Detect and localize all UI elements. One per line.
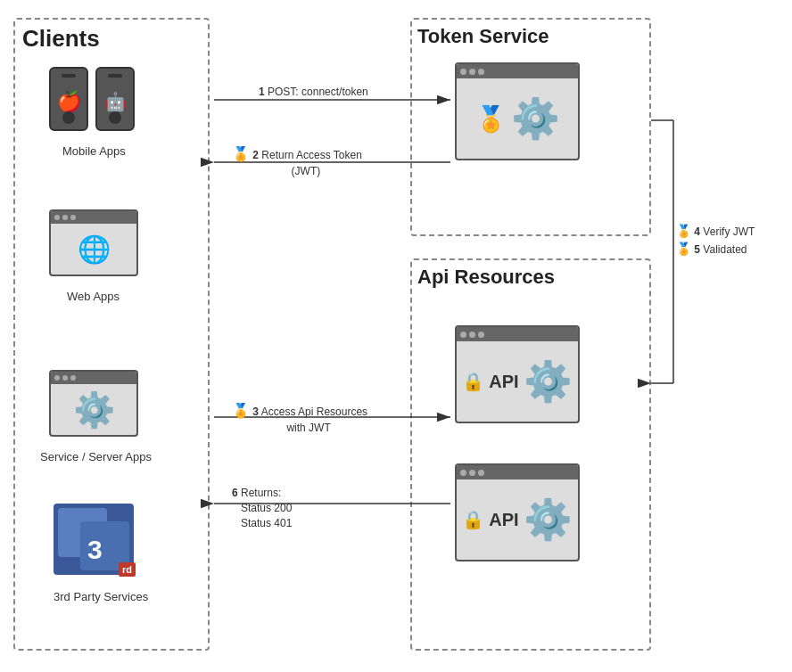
clients-title: Clients: [22, 25, 100, 53]
third-party-label: 3rd Party Services: [54, 590, 148, 603]
token-browser-content: 🏅 ⚙️: [457, 78, 578, 159]
arrow-3-label: 🏅 3 Access Api Resources with JWT: [232, 401, 367, 436]
web-apps-label: Web Apps: [67, 290, 120, 303]
web-apps-icon: 🌐: [49, 209, 143, 290]
service-apps-icon: ⚙️: [49, 370, 143, 450]
mobile-apps-icon: 🍎 🤖: [49, 67, 135, 131]
arrow-4-5-label: 🏅 4 Verify JWT 🏅 5 Validated: [676, 223, 755, 258]
token-service-title: Token Service: [417, 25, 549, 48]
third-party-icon: 3 rd: [54, 504, 143, 584]
android-icon: 🤖: [95, 67, 135, 131]
api-label-1: API: [489, 372, 518, 392]
certificate-icon: 🏅: [475, 104, 507, 134]
mobile-apps-label: Mobile Apps: [62, 144, 126, 158]
api-label-2: API: [489, 510, 518, 530]
arrow-2-label: 🏅 2 Return Access Token (JWT): [232, 144, 362, 179]
lock-icon-1: 🔒: [462, 371, 484, 392]
arrow-6-label: 6 Returns: Status 200 Status 401: [232, 486, 292, 530]
superscript-rd: rd: [119, 562, 136, 577]
lock-icon-2: 🔒: [462, 509, 484, 530]
service-apps-label: Service / Server Apps: [40, 450, 152, 463]
api-resource-icon-2: 🔒 API ⚙️: [455, 463, 589, 570]
arrow-1-label: 1 POST: connect/token: [259, 85, 368, 100]
api-browser-content-2: 🔒 API ⚙️: [457, 479, 578, 560]
svg-text:3: 3: [87, 535, 103, 564]
api-resources-box: [410, 258, 651, 651]
api-resources-title: Api Resources: [417, 266, 555, 289]
iphone-icon: 🍎: [49, 67, 88, 131]
token-service-icon: 🏅 ⚙️: [455, 62, 589, 178]
token-gear-icon: ⚙️: [511, 95, 560, 142]
facebook-style-icon: 3 rd: [54, 504, 134, 575]
api-gear-icon-2: ⚙️: [524, 496, 573, 543]
gear-icon: ⚙️: [51, 384, 136, 435]
api-gear-icon-1: ⚙️: [524, 358, 573, 405]
globe-icon: 🌐: [51, 224, 136, 275]
api-resource-icon-1: 🔒 API ⚙️: [455, 325, 589, 432]
api-browser-content-1: 🔒 API ⚙️: [457, 341, 578, 422]
diagram-container: Clients Token Service Api Resources 🍎 🤖 …: [0, 0, 792, 672]
